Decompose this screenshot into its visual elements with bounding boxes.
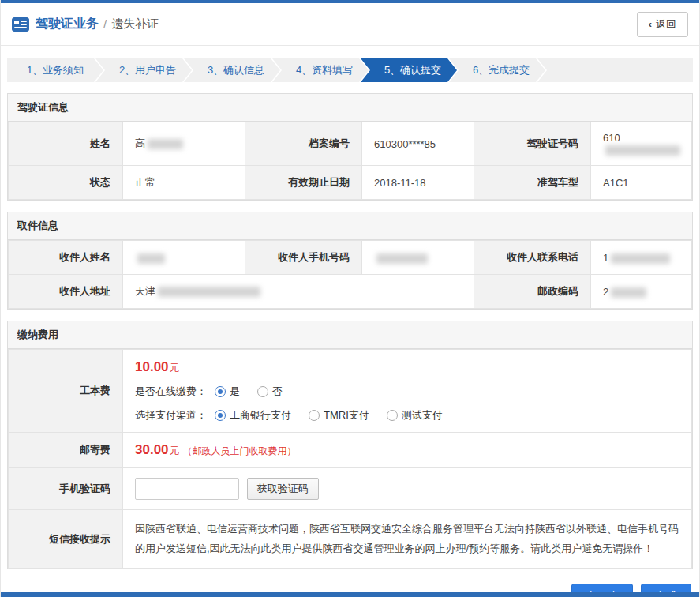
redacted-recipient-tel	[611, 253, 670, 264]
post-fee-cell: 30.00元（邮政人员上门收取费用）	[123, 433, 692, 468]
redacted-postcode	[611, 287, 646, 298]
fees-table: 工本费 10.00元 是否在线缴费： 是 否 选择支付渠道：	[8, 349, 692, 569]
pickup-info-table: 收件人姓名 收件人手机号码 收件人联系电话 1 收件人地址 天津 邮政编码 2	[8, 240, 692, 309]
step-6-complete-submit[interactable]: 6、完成提交	[449, 58, 545, 82]
radio-channel-icbc-label[interactable]: 工商银行支付	[230, 408, 291, 422]
file-number-label: 档案编号	[245, 122, 362, 166]
license-card-icon	[12, 17, 29, 32]
step-2-user-declaration[interactable]: 2、用户申告	[95, 58, 192, 82]
work-fee-label: 工本费	[9, 350, 123, 433]
name-label: 姓名	[9, 122, 123, 166]
table-row: 邮寄费 30.00元（邮政人员上门收取费用）	[9, 433, 692, 468]
table-row: 短信接收提示 因陕西省联通、电信运营商技术问题，陕西省互联网交通安全综合服务管理…	[9, 510, 692, 569]
radio-channel-test[interactable]	[387, 410, 398, 421]
status-value: 正常	[123, 166, 245, 200]
recipient-phone-value	[362, 241, 474, 275]
breadcrumb-separator: /	[103, 17, 107, 31]
fees-section: 缴纳费用 工本费 10.00元 是否在线缴费： 是 否	[7, 321, 693, 569]
work-fee-cell: 10.00元 是否在线缴费： 是 否 选择支付渠道： 工商银行支付	[123, 350, 692, 433]
back-button-label: 返回	[656, 17, 676, 32]
name-value: 高	[123, 122, 245, 166]
file-number-value: 610300****85	[362, 122, 474, 166]
postcode-value: 2	[591, 275, 692, 309]
get-sms-code-button[interactable]: 获取验证码	[247, 478, 319, 500]
post-fee-note: （邮政人员上门收取费用）	[183, 445, 297, 456]
pay-channel-row: 选择支付渠道： 工商银行支付 TMRI支付 测试支付	[135, 408, 679, 422]
pickup-info-section: 取件信息 收件人姓名 收件人手机号码 收件人联系电话 1 收件人地址 天津 邮政…	[7, 212, 693, 310]
sms-code-cell: 获取验证码	[123, 468, 692, 510]
step-nav: 1、业务须知 2、用户申告 3、确认信息 4、资料填写 5、确认提交 6、完成提…	[7, 58, 693, 82]
bottom-accent-bar	[1, 592, 699, 597]
table-row: 状态 正常 有效期止日期 2018-11-18 准驾车型 A1C1	[9, 166, 692, 200]
status-label: 状态	[9, 166, 123, 200]
expiry-label: 有效期止日期	[245, 166, 362, 200]
step-4-fill-data[interactable]: 4、资料填写	[272, 58, 369, 82]
step-3-confirm-info[interactable]: 3、确认信息	[184, 58, 280, 82]
radio-online-pay-yes-label[interactable]: 是	[230, 385, 240, 399]
recipient-phone-label: 收件人手机号码	[245, 241, 362, 275]
license-info-section: 驾驶证信息 姓名 高 档案编号 610300****85 驾驶证号码 610 状…	[7, 93, 693, 201]
header: 驾驶证业务 / 遗失补证 ‹ 返回	[1, 3, 699, 46]
vehicle-type-label: 准驾车型	[474, 166, 591, 200]
sms-tip-label: 短信接收提示	[9, 510, 123, 569]
online-pay-row: 是否在线缴费： 是 否	[135, 385, 679, 399]
redacted-recipient-phone	[376, 253, 428, 264]
recipient-tel-value: 1	[591, 241, 692, 275]
online-pay-label: 是否在线缴费：	[135, 385, 207, 399]
radio-online-pay-yes[interactable]	[215, 386, 226, 397]
expiry-value: 2018-11-18	[362, 166, 474, 200]
back-chevron-icon: ‹	[649, 18, 652, 30]
pickup-info-title: 取件信息	[8, 212, 692, 240]
recipient-tel-label: 收件人联系电话	[474, 241, 591, 275]
recipient-address-label: 收件人地址	[9, 275, 123, 309]
license-info-table: 姓名 高 档案编号 610300****85 驾驶证号码 610 状态 正常 有…	[8, 122, 692, 200]
page-title-group: 驾驶证业务 / 遗失补证	[12, 16, 159, 32]
sms-code-input[interactable]	[135, 478, 239, 500]
table-row: 姓名 高 档案编号 610300****85 驾驶证号码 610	[9, 122, 692, 166]
redacted-address	[158, 287, 260, 297]
table-row: 收件人地址 天津 邮政编码 2	[9, 275, 692, 309]
sms-tip-text: 因陕西省联通、电信运营商技术问题，陕西省互联网交通安全综合服务管理平台无法向持陕…	[123, 510, 692, 569]
recipient-address-value: 天津	[123, 275, 474, 309]
pay-channel-label: 选择支付渠道：	[135, 408, 207, 422]
table-row: 工本费 10.00元 是否在线缴费： 是 否 选择支付渠道：	[9, 350, 692, 433]
license-info-title: 驾驶证信息	[8, 94, 692, 122]
license-number-value: 610	[591, 122, 692, 166]
back-button[interactable]: ‹ 返回	[637, 12, 688, 37]
step-nav-filler	[537, 58, 693, 82]
radio-channel-test-label[interactable]: 测试支付	[402, 408, 443, 422]
step-1-business-notice[interactable]: 1、业务须知	[7, 58, 103, 82]
radio-channel-tmri[interactable]	[309, 410, 320, 421]
redacted-license-number	[605, 145, 680, 156]
table-row: 收件人姓名 收件人手机号码 收件人联系电话 1	[9, 241, 692, 275]
page-subtitle: 遗失补证	[111, 17, 159, 32]
page-title: 驾驶证业务	[36, 16, 99, 32]
license-number-label: 驾驶证号码	[474, 122, 591, 166]
step-5-confirm-submit[interactable]: 5、确认提交	[361, 58, 457, 82]
postcode-label: 邮政编码	[474, 275, 591, 309]
radio-channel-tmri-label[interactable]: TMRI支付	[324, 408, 369, 422]
table-row: 手机验证码 获取验证码	[9, 468, 692, 510]
radio-online-pay-no-label[interactable]: 否	[272, 385, 283, 399]
page: 驾驶证业务 / 遗失补证 ‹ 返回 1、业务须知 2、用户申告 3、确认信息 4…	[0, 0, 700, 597]
radio-channel-icbc[interactable]	[215, 410, 226, 421]
radio-online-pay-no[interactable]	[257, 386, 268, 397]
work-fee-amount: 10.00元	[135, 359, 679, 375]
redacted-name	[148, 139, 183, 149]
sms-code-label: 手机验证码	[9, 468, 123, 510]
recipient-name-label: 收件人姓名	[9, 241, 123, 275]
fees-title: 缴纳费用	[8, 321, 692, 349]
redacted-recipient-name	[137, 253, 165, 264]
post-fee-label: 邮寄费	[9, 433, 123, 468]
recipient-name-value	[123, 241, 245, 275]
vehicle-type-value: A1C1	[591, 166, 692, 200]
